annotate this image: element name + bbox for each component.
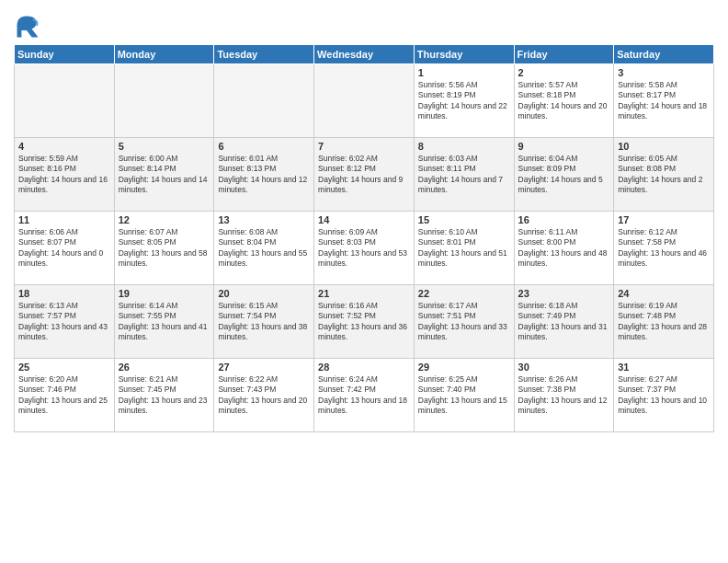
calendar-cell: 11Sunrise: 6:06 AMSunset: 8:07 PMDayligh…	[15, 212, 115, 285]
day-info: Sunrise: 6:15 AMSunset: 7:54 PMDaylight:…	[218, 301, 310, 343]
calendar-cell: 9Sunrise: 6:04 AMSunset: 8:09 PMDaylight…	[514, 138, 614, 212]
day-number: 18	[18, 288, 110, 299]
day-info: Sunrise: 6:04 AMSunset: 8:09 PMDaylight:…	[518, 154, 610, 196]
calendar-cell: 13Sunrise: 6:08 AMSunset: 8:04 PMDayligh…	[214, 212, 314, 285]
day-info: Sunrise: 5:56 AMSunset: 8:19 PMDaylight:…	[418, 80, 510, 122]
calendar-cell: 17Sunrise: 6:12 AMSunset: 7:58 PMDayligh…	[614, 212, 714, 285]
day-number: 5	[119, 141, 210, 152]
day-info: Sunrise: 6:12 AMSunset: 7:58 PMDaylight:…	[618, 227, 710, 270]
day-info: Sunrise: 6:03 AMSunset: 8:11 PMDaylight:…	[418, 154, 510, 196]
calendar-cell	[114, 64, 214, 138]
day-number: 8	[418, 141, 510, 152]
calendar-cell: 27Sunrise: 6:22 AMSunset: 7:43 PMDayligh…	[214, 359, 314, 432]
col-header-sunday: Sunday	[15, 45, 115, 64]
day-number: 21	[318, 288, 410, 299]
day-number: 22	[418, 288, 510, 299]
calendar-cell: 15Sunrise: 6:10 AMSunset: 8:01 PMDayligh…	[414, 212, 514, 285]
day-info: Sunrise: 6:13 AMSunset: 7:57 PMDaylight:…	[18, 301, 110, 343]
calendar-cell: 26Sunrise: 6:21 AMSunset: 7:45 PMDayligh…	[114, 359, 214, 432]
calendar-cell: 19Sunrise: 6:14 AMSunset: 7:55 PMDayligh…	[114, 285, 214, 359]
col-header-saturday: Saturday	[614, 45, 714, 64]
calendar-cell: 24Sunrise: 6:19 AMSunset: 7:48 PMDayligh…	[614, 285, 714, 359]
calendar-cell: 22Sunrise: 6:17 AMSunset: 7:51 PMDayligh…	[414, 285, 514, 359]
day-info: Sunrise: 6:01 AMSunset: 8:13 PMDaylight:…	[218, 154, 310, 196]
header-row: SundayMondayTuesdayWednesdayThursdayFrid…	[15, 45, 714, 64]
day-info: Sunrise: 6:19 AMSunset: 7:48 PMDaylight:…	[618, 301, 710, 343]
day-info: Sunrise: 6:16 AMSunset: 7:52 PMDaylight:…	[318, 301, 410, 343]
calendar-row: 25Sunrise: 6:20 AMSunset: 7:46 PMDayligh…	[15, 359, 714, 432]
day-info: Sunrise: 6:25 AMSunset: 7:40 PMDaylight:…	[418, 374, 510, 417]
day-info: Sunrise: 6:14 AMSunset: 7:55 PMDaylight:…	[119, 301, 210, 343]
day-info: Sunrise: 6:09 AMSunset: 8:03 PMDaylight:…	[318, 227, 410, 270]
calendar-cell: 2Sunrise: 5:57 AMSunset: 8:18 PMDaylight…	[514, 64, 614, 138]
day-info: Sunrise: 6:08 AMSunset: 8:04 PMDaylight:…	[218, 227, 310, 270]
day-info: Sunrise: 6:21 AMSunset: 7:45 PMDaylight:…	[119, 374, 210, 417]
calendar-row: 4Sunrise: 5:59 AMSunset: 8:16 PMDaylight…	[15, 138, 714, 212]
calendar-cell: 18Sunrise: 6:13 AMSunset: 7:57 PMDayligh…	[15, 285, 115, 359]
calendar-cell: 10Sunrise: 6:05 AMSunset: 8:08 PMDayligh…	[614, 138, 714, 212]
day-number: 7	[318, 141, 410, 152]
calendar-cell: 29Sunrise: 6:25 AMSunset: 7:40 PMDayligh…	[414, 359, 514, 432]
day-number: 26	[119, 362, 210, 373]
day-info: Sunrise: 6:00 AMSunset: 8:14 PMDaylight:…	[119, 154, 210, 196]
day-info: Sunrise: 5:57 AMSunset: 8:18 PMDaylight:…	[518, 80, 610, 122]
day-number: 6	[218, 141, 310, 152]
calendar-cell: 21Sunrise: 6:16 AMSunset: 7:52 PMDayligh…	[314, 285, 415, 359]
col-header-monday: Monday	[114, 45, 214, 64]
calendar-cell: 16Sunrise: 6:11 AMSunset: 8:00 PMDayligh…	[514, 212, 614, 285]
day-number: 20	[218, 288, 310, 299]
day-number: 4	[18, 141, 110, 152]
calendar-cell: 6Sunrise: 6:01 AMSunset: 8:13 PMDaylight…	[214, 138, 314, 212]
day-number: 27	[218, 362, 310, 373]
day-number: 31	[618, 362, 710, 373]
calendar-row: 18Sunrise: 6:13 AMSunset: 7:57 PMDayligh…	[15, 285, 714, 359]
calendar-cell	[214, 64, 314, 138]
day-info: Sunrise: 6:24 AMSunset: 7:42 PMDaylight:…	[318, 374, 410, 417]
calendar-cell: 20Sunrise: 6:15 AMSunset: 7:54 PMDayligh…	[214, 285, 314, 359]
calendar-cell: 28Sunrise: 6:24 AMSunset: 7:42 PMDayligh…	[314, 359, 415, 432]
day-number: 28	[318, 362, 410, 373]
day-number: 1	[418, 67, 510, 78]
day-info: Sunrise: 6:18 AMSunset: 7:49 PMDaylight:…	[518, 301, 610, 343]
calendar-cell: 14Sunrise: 6:09 AMSunset: 8:03 PMDayligh…	[314, 212, 415, 285]
day-info: Sunrise: 6:22 AMSunset: 7:43 PMDaylight:…	[218, 374, 310, 417]
logo	[14, 13, 43, 39]
day-number: 11	[18, 214, 110, 225]
calendar-cell: 8Sunrise: 6:03 AMSunset: 8:11 PMDaylight…	[414, 138, 514, 212]
logo-icon	[14, 13, 40, 39]
calendar-cell: 25Sunrise: 6:20 AMSunset: 7:46 PMDayligh…	[15, 359, 115, 432]
calendar-cell: 23Sunrise: 6:18 AMSunset: 7:49 PMDayligh…	[514, 285, 614, 359]
day-number: 13	[218, 214, 310, 225]
day-info: Sunrise: 6:27 AMSunset: 7:37 PMDaylight:…	[618, 374, 710, 417]
calendar-cell	[314, 64, 415, 138]
calendar-cell: 4Sunrise: 5:59 AMSunset: 8:16 PMDaylight…	[15, 138, 115, 212]
calendar-cell: 31Sunrise: 6:27 AMSunset: 7:37 PMDayligh…	[614, 359, 714, 432]
day-number: 2	[518, 67, 610, 78]
day-info: Sunrise: 6:26 AMSunset: 7:38 PMDaylight:…	[518, 374, 610, 417]
day-number: 19	[119, 288, 210, 299]
calendar-cell	[15, 64, 115, 138]
day-number: 29	[418, 362, 510, 373]
calendar-cell: 12Sunrise: 6:07 AMSunset: 8:05 PMDayligh…	[114, 212, 214, 285]
day-number: 9	[518, 141, 610, 152]
day-info: Sunrise: 5:59 AMSunset: 8:16 PMDaylight:…	[18, 154, 110, 196]
page: SundayMondayTuesdayWednesdayThursdayFrid…	[0, 0, 728, 563]
day-info: Sunrise: 6:17 AMSunset: 7:51 PMDaylight:…	[418, 301, 510, 343]
col-header-tuesday: Tuesday	[214, 45, 314, 64]
day-number: 17	[618, 214, 710, 225]
calendar-row: 1Sunrise: 5:56 AMSunset: 8:19 PMDaylight…	[15, 64, 714, 138]
day-info: Sunrise: 6:10 AMSunset: 8:01 PMDaylight:…	[418, 227, 510, 270]
day-info: Sunrise: 6:20 AMSunset: 7:46 PMDaylight:…	[18, 374, 110, 417]
day-number: 16	[518, 214, 610, 225]
day-info: Sunrise: 6:07 AMSunset: 8:05 PMDaylight:…	[119, 227, 210, 270]
col-header-wednesday: Wednesday	[314, 45, 415, 64]
calendar-row: 11Sunrise: 6:06 AMSunset: 8:07 PMDayligh…	[15, 212, 714, 285]
day-number: 15	[418, 214, 510, 225]
calendar-table: SundayMondayTuesdayWednesdayThursdayFrid…	[14, 44, 714, 432]
calendar-cell: 30Sunrise: 6:26 AMSunset: 7:38 PMDayligh…	[514, 359, 614, 432]
day-number: 25	[18, 362, 110, 373]
day-number: 14	[318, 214, 410, 225]
calendar-cell: 1Sunrise: 5:56 AMSunset: 8:19 PMDaylight…	[414, 64, 514, 138]
calendar-cell: 5Sunrise: 6:00 AMSunset: 8:14 PMDaylight…	[114, 138, 214, 212]
day-number: 3	[618, 67, 710, 78]
